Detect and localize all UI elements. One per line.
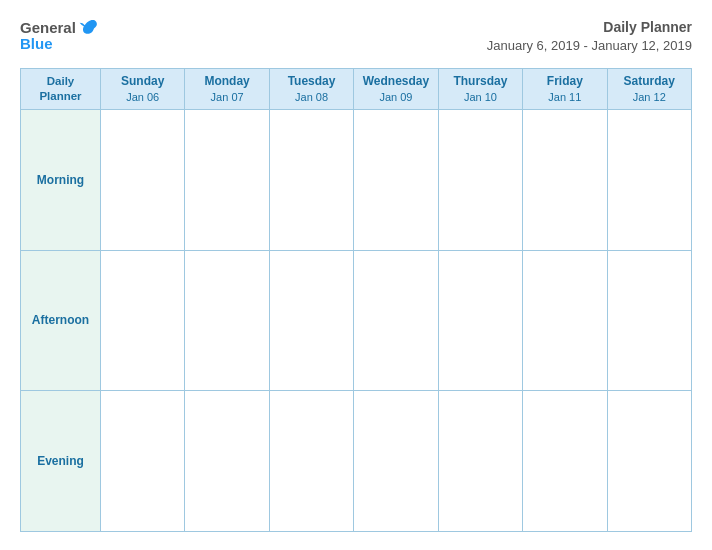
- col-header-thursday: Thursday Jan 10: [438, 69, 522, 110]
- day-name-sunday: Sunday: [103, 74, 182, 90]
- table-row-evening: Evening: [21, 391, 692, 532]
- logo: General Blue: [20, 18, 98, 51]
- day-date-sunday: Jan 06: [103, 90, 182, 104]
- day-date-friday: Jan 11: [525, 90, 604, 104]
- cell-evening-saturday[interactable]: [607, 391, 691, 532]
- header-title: Daily Planner January 6, 2019 - January …: [487, 18, 692, 54]
- cell-evening-tuesday[interactable]: [269, 391, 353, 532]
- cell-afternoon-tuesday[interactable]: [269, 250, 353, 391]
- col-header-tuesday: Tuesday Jan 08: [269, 69, 353, 110]
- day-name-wednesday: Wednesday: [356, 74, 435, 90]
- logo-general: General: [20, 20, 76, 35]
- cell-afternoon-friday[interactable]: [523, 250, 607, 391]
- cell-morning-tuesday[interactable]: [269, 109, 353, 250]
- day-date-saturday: Jan 12: [610, 90, 689, 104]
- table-header-row: DailyPlanner Sunday Jan 06 Monday Jan 07…: [21, 69, 692, 110]
- row-label-morning: Morning: [21, 109, 101, 250]
- header-label-cell: DailyPlanner: [21, 69, 101, 110]
- cell-morning-saturday[interactable]: [607, 109, 691, 250]
- day-name-friday: Friday: [525, 74, 604, 90]
- table-row-morning: Morning: [21, 109, 692, 250]
- day-name-monday: Monday: [187, 74, 266, 90]
- cell-evening-friday[interactable]: [523, 391, 607, 532]
- col-header-friday: Friday Jan 11: [523, 69, 607, 110]
- cell-evening-wednesday[interactable]: [354, 391, 438, 532]
- cell-morning-monday[interactable]: [185, 109, 269, 250]
- cell-afternoon-monday[interactable]: [185, 250, 269, 391]
- planner-title: Daily Planner: [603, 19, 692, 35]
- header-label-text: DailyPlanner: [39, 75, 81, 102]
- col-header-wednesday: Wednesday Jan 09: [354, 69, 438, 110]
- cell-afternoon-saturday[interactable]: [607, 250, 691, 391]
- col-header-saturday: Saturday Jan 12: [607, 69, 691, 110]
- cell-morning-sunday[interactable]: [101, 109, 185, 250]
- calendar-table: DailyPlanner Sunday Jan 06 Monday Jan 07…: [20, 68, 692, 532]
- cell-morning-thursday[interactable]: [438, 109, 522, 250]
- row-label-afternoon: Afternoon: [21, 250, 101, 391]
- day-name-thursday: Thursday: [441, 74, 520, 90]
- day-date-thursday: Jan 10: [441, 90, 520, 104]
- day-date-tuesday: Jan 08: [272, 90, 351, 104]
- planner-page: General Blue Daily Planner January 6, 20…: [0, 0, 712, 550]
- col-header-sunday: Sunday Jan 06: [101, 69, 185, 110]
- col-header-monday: Monday Jan 07: [185, 69, 269, 110]
- cell-morning-wednesday[interactable]: [354, 109, 438, 250]
- logo-blue: Blue: [20, 36, 53, 51]
- cell-afternoon-thursday[interactable]: [438, 250, 522, 391]
- cell-evening-monday[interactable]: [185, 391, 269, 532]
- cell-morning-friday[interactable]: [523, 109, 607, 250]
- table-row-afternoon: Afternoon: [21, 250, 692, 391]
- day-date-wednesday: Jan 09: [356, 90, 435, 104]
- cell-evening-thursday[interactable]: [438, 391, 522, 532]
- header: General Blue Daily Planner January 6, 20…: [20, 18, 692, 54]
- logo-bird-icon: [78, 18, 98, 36]
- cell-afternoon-sunday[interactable]: [101, 250, 185, 391]
- row-label-evening: Evening: [21, 391, 101, 532]
- day-name-tuesday: Tuesday: [272, 74, 351, 90]
- planner-subtitle: January 6, 2019 - January 12, 2019: [487, 38, 692, 53]
- day-name-saturday: Saturday: [610, 74, 689, 90]
- day-date-monday: Jan 07: [187, 90, 266, 104]
- cell-evening-sunday[interactable]: [101, 391, 185, 532]
- cell-afternoon-wednesday[interactable]: [354, 250, 438, 391]
